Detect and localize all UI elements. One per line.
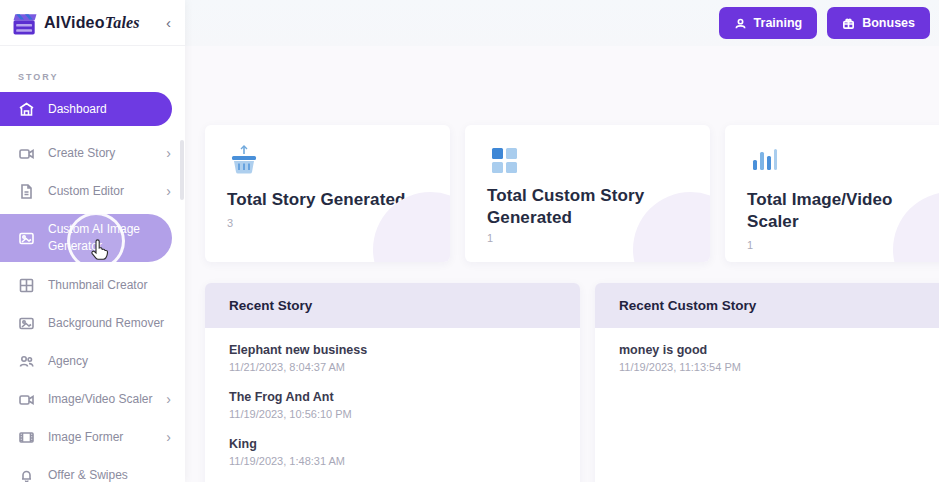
stat-cards-row: Total Story Generated 3 Total Custom Sto… bbox=[205, 125, 939, 262]
squares-grid-icon bbox=[487, 142, 688, 176]
sidebar-section-label: STORY bbox=[18, 72, 185, 82]
training-button[interactable]: Training bbox=[719, 7, 818, 39]
story-date: 11/19/2023, 1:48:31 AM bbox=[229, 455, 556, 467]
sidebar-item-image-video-scaler[interactable]: Image/Video Scaler › bbox=[0, 380, 185, 418]
home-icon bbox=[18, 101, 35, 118]
recent-story-panel-title: Recent Story bbox=[205, 283, 580, 328]
main-content: Total Story Generated 3 Total Custom Sto… bbox=[185, 46, 939, 482]
story-name: King bbox=[229, 437, 556, 451]
story-list-item[interactable]: money is good 11/19/2023, 11:13:54 PM bbox=[619, 343, 931, 373]
recent-story-list: Elephant new business 11/21/2023, 8:04:3… bbox=[205, 328, 580, 482]
sidebar-item-label: Create Story bbox=[48, 146, 115, 160]
sidebar-item-thumbnail-creator[interactable]: Thumbnail Creator bbox=[0, 266, 185, 304]
sidebar-nav: Dashboard Create Story › Custom Editor ›… bbox=[0, 92, 185, 482]
sidebar-item-background-remover[interactable]: Background Remover bbox=[0, 304, 185, 342]
recent-story-panel: Recent Story Elephant new business 11/21… bbox=[205, 283, 580, 482]
brand-title: AIVideoTales bbox=[44, 14, 140, 32]
sidebar-item-label: Custom Editor bbox=[48, 184, 124, 198]
gift-icon bbox=[842, 17, 855, 30]
sidebar-item-label: Background Remover bbox=[48, 316, 164, 330]
users-icon bbox=[18, 353, 35, 370]
recent-custom-story-list: money is good 11/19/2023, 11:13:54 PM bbox=[595, 328, 939, 482]
sidebar-item-label: Thumbnail Creator bbox=[48, 278, 147, 292]
bell-icon bbox=[18, 467, 35, 482]
training-button-label: Training bbox=[754, 16, 803, 30]
stat-card-total-custom-story: Total Custom Story Generated 1 bbox=[465, 125, 710, 262]
sidebar-item-label: Custom AI Image Generator bbox=[48, 221, 158, 256]
chevron-right-icon: › bbox=[166, 184, 171, 198]
recent-custom-story-panel: Recent Custom Story money is good 11/19/… bbox=[595, 283, 939, 482]
sidebar-scrollbar[interactable] bbox=[180, 140, 184, 200]
sidebar-item-custom-ai-image-generator[interactable]: Custom AI Image Generator bbox=[0, 214, 172, 262]
headset-icon bbox=[734, 17, 747, 30]
story-name: Elephant new business bbox=[229, 343, 556, 357]
stat-card-total-image-video-scaler: Total Image/Video Scaler 1 bbox=[725, 125, 939, 262]
bonuses-button-label: Bonuses bbox=[862, 16, 915, 30]
image-icon bbox=[18, 230, 35, 247]
sidebar: AIVideoTales ‹ STORY Dashboard Create St… bbox=[0, 0, 185, 482]
sidebar-item-label: Image Former bbox=[48, 430, 123, 444]
bar-chart-icon bbox=[747, 142, 939, 176]
story-name: money is good bbox=[619, 343, 931, 357]
story-date: 11/21/2023, 8:04:37 AM bbox=[229, 361, 556, 373]
recent-custom-story-panel-title: Recent Custom Story bbox=[595, 283, 939, 328]
story-date: 11/19/2023, 11:13:54 PM bbox=[619, 361, 931, 373]
grid-icon bbox=[18, 277, 35, 294]
basket-icon bbox=[227, 142, 428, 176]
chevron-right-icon: › bbox=[166, 392, 171, 406]
sidebar-item-label: Agency bbox=[48, 354, 88, 368]
sidebar-item-label: Dashboard bbox=[48, 102, 107, 116]
story-list-item[interactable]: The Frog And Ant 11/19/2023, 10:56:10 PM bbox=[229, 390, 556, 420]
document-icon bbox=[18, 183, 35, 200]
chevron-right-icon: › bbox=[166, 430, 171, 444]
sidebar-item-create-story[interactable]: Create Story › bbox=[0, 134, 185, 172]
logo-row: AIVideoTales ‹ bbox=[0, 0, 185, 46]
clapperboard-logo-icon bbox=[10, 8, 40, 38]
recent-panels-row: Recent Story Elephant new business 11/21… bbox=[205, 283, 939, 482]
story-list-item[interactable]: King 11/19/2023, 1:48:31 AM bbox=[229, 437, 556, 467]
chevron-right-icon: › bbox=[166, 146, 171, 160]
sidebar-item-offer-swipes[interactable]: Offer & Swipes bbox=[0, 456, 185, 482]
sidebar-collapse-icon[interactable]: ‹ bbox=[164, 14, 173, 31]
story-list-item[interactable]: Elephant new business 11/21/2023, 8:04:3… bbox=[229, 343, 556, 373]
bonuses-button[interactable]: Bonuses bbox=[827, 7, 930, 39]
top-header-bar: Training Bonuses bbox=[185, 0, 939, 46]
stat-card-total-story: Total Story Generated 3 bbox=[205, 125, 450, 262]
sidebar-item-agency[interactable]: Agency bbox=[0, 342, 185, 380]
sidebar-item-label: Offer & Swipes bbox=[48, 468, 128, 482]
image-icon bbox=[18, 315, 35, 332]
film-icon bbox=[18, 429, 35, 446]
story-name: The Frog And Ant bbox=[229, 390, 556, 404]
sidebar-item-custom-editor[interactable]: Custom Editor › bbox=[0, 172, 185, 210]
video-camera-icon bbox=[18, 145, 35, 162]
sidebar-item-label: Image/Video Scaler bbox=[48, 392, 153, 406]
story-date: 11/19/2023, 10:56:10 PM bbox=[229, 408, 556, 420]
sidebar-item-image-former[interactable]: Image Former › bbox=[0, 418, 185, 456]
sidebar-item-dashboard[interactable]: Dashboard bbox=[0, 92, 172, 126]
video-camera-icon bbox=[18, 391, 35, 408]
